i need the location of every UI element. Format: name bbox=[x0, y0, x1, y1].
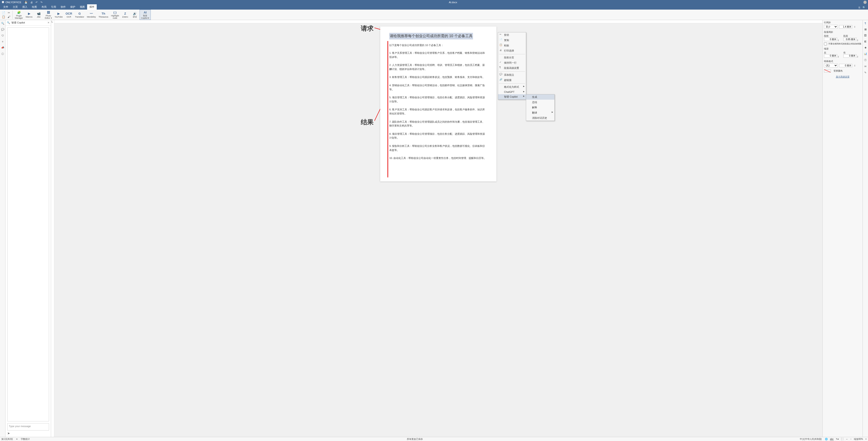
menu-item-智谱 Copilot[interactable]: 智谱 Copilot▶生成总结解释翻译▶清除对话历史 bbox=[498, 94, 526, 99]
document-item[interactable]: 10. 自动化工具：帮助创业公司自动化一些重复性任务，包括时间管理、提醒和日历等… bbox=[389, 156, 487, 160]
tab-主页[interactable]: 主页 bbox=[10, 4, 20, 9]
shape-rail-icon[interactable]: ◆ bbox=[865, 46, 866, 49]
headings-rail-icon[interactable]: ≡ bbox=[2, 40, 3, 43]
document-item[interactable]: 3. 财务管理工具：帮助创业公司跟踪财务状况，包括预算、财务报表、支付和收款等。 bbox=[389, 75, 487, 80]
ai-copilot-button[interactable]: AI智谱 Copilot ▾ bbox=[140, 9, 151, 20]
submenu-item-生成[interactable]: 生成 bbox=[526, 94, 554, 100]
advanced-settings-link[interactable]: 显示高级设置 bbox=[824, 75, 861, 78]
menu-item-剪切[interactable]: ✂剪切 bbox=[498, 32, 526, 38]
youtube-button[interactable]: ▶YouTube bbox=[53, 9, 64, 20]
copilot-input[interactable]: Type your message bbox=[7, 423, 49, 431]
spacing-after[interactable] bbox=[843, 38, 857, 41]
highlight-code-button[interactable]: { }Highlight code bbox=[110, 9, 120, 20]
save-icon[interactable]: 💾 bbox=[24, 1, 28, 4]
paste-icon[interactable]: 📋 bbox=[2, 15, 5, 19]
comments-rail-icon[interactable]: 💬 bbox=[1, 28, 4, 31]
document-item[interactable]: 7. 团队协作工具：帮助创业公司管理团队成员之间的协作和沟通，包括项目管理工具、… bbox=[389, 120, 487, 128]
tab-插入[interactable]: 插入 bbox=[20, 4, 30, 9]
spacing-before[interactable] bbox=[824, 38, 837, 41]
cut-icon[interactable]: ✂ bbox=[7, 11, 10, 14]
word-count[interactable]: 字数统计 bbox=[21, 438, 30, 441]
fit-width-icon[interactable]: ↔ bbox=[846, 438, 848, 440]
menu-item-添加批注[interactable]: 💬添加批注 bbox=[498, 72, 526, 77]
intro-text[interactable]: 以下是每个创业公司成功所需的 10 个必备工具： bbox=[389, 43, 487, 47]
redo-icon[interactable]: ↷ bbox=[40, 1, 42, 4]
jitsi-button[interactable]: 📹Jitsi bbox=[34, 9, 43, 20]
table-rail-icon[interactable]: ▦ bbox=[864, 28, 867, 31]
tab-stop-icon[interactable]: L bbox=[52, 21, 53, 23]
text-art-rail-icon[interactable]: Ⓣ bbox=[864, 58, 867, 62]
submenu-item-总结[interactable]: 总结 bbox=[526, 100, 554, 105]
tab-插件[interactable]: 插件 bbox=[87, 4, 97, 9]
menu-item-打印选择[interactable]: 🖨打印选择 bbox=[498, 48, 526, 53]
tab-绘图[interactable]: 绘图 bbox=[30, 4, 39, 9]
feedback-rail-icon[interactable]: 📣 bbox=[1, 46, 4, 49]
menu-item-ChatGPT[interactable]: ChatGPT▶ bbox=[498, 90, 526, 94]
bg-color-swatch[interactable] bbox=[824, 69, 831, 72]
tab-视图[interactable]: 视图 bbox=[78, 4, 87, 9]
search-rail-icon[interactable]: 🔍 bbox=[1, 22, 4, 25]
menu-item-复制[interactable]: 📄复制 bbox=[498, 38, 526, 43]
no-space-checkbox[interactable] bbox=[824, 42, 827, 45]
zoom-out-icon[interactable]: − bbox=[850, 438, 851, 440]
photo-editor-button[interactable]: 🖼Photo Editor ▾ bbox=[43, 9, 53, 20]
panel-search-icon[interactable]: 🔍 bbox=[7, 21, 10, 24]
format-painter-icon[interactable]: 🖌 bbox=[7, 15, 10, 19]
prompt-text[interactable]: 请给我推荐每个创业公司成功所需的 10 个必备工具 bbox=[389, 33, 473, 39]
tab-引用[interactable]: 引用 bbox=[49, 4, 58, 9]
undo-icon[interactable]: ↶ bbox=[36, 1, 38, 4]
info-rail-icon[interactable]: ⓘ bbox=[1, 52, 4, 56]
menu-item-超链接[interactable]: 🔗超链接 bbox=[498, 77, 526, 83]
submenu-item-解释[interactable]: 解释 bbox=[526, 105, 554, 110]
ocr-button[interactable]: OCROCR bbox=[64, 9, 74, 20]
menu-item-粘贴[interactable]: 📋粘贴 bbox=[498, 43, 526, 48]
image-rail-icon[interactable]: 🖼 bbox=[864, 34, 867, 37]
submenu-item-翻译[interactable]: 翻译▶ bbox=[526, 110, 554, 115]
document-item[interactable]: 9. 报告和分析工具：帮助创业公司分析业务和客户状况，包括数据可视化、仪表板和仪… bbox=[389, 144, 487, 152]
fit-page-icon[interactable]: ⛶ bbox=[841, 438, 843, 440]
mail-merge-rail-icon[interactable]: ✉ bbox=[864, 65, 866, 68]
special-type[interactable]: (无) bbox=[824, 64, 838, 67]
close-icon[interactable]: ✕ bbox=[48, 21, 50, 24]
header-rail-icon[interactable]: ◧ bbox=[864, 40, 867, 43]
search-icon[interactable]: 🔍 bbox=[863, 6, 866, 9]
menu-item-段前分页[interactable]: 段前分页 bbox=[498, 55, 526, 60]
document-item[interactable]: 6. 客户支持工具：帮助创业公司跟踪客户支持请求和反馈，包括客户服务软件、知识库… bbox=[389, 107, 487, 116]
indent-right[interactable] bbox=[843, 54, 857, 58]
chart-rail-icon[interactable]: 📊 bbox=[864, 52, 867, 55]
thesaurus-button[interactable]: ThThesaurus bbox=[97, 9, 110, 20]
page-count[interactable]: 第1页共3页 bbox=[1, 438, 13, 441]
menu-item-保持同一行[interactable]: ✓保持同一行 bbox=[498, 60, 526, 65]
copy-icon[interactable]: 📄 bbox=[2, 11, 5, 14]
open-file-icon[interactable]: ⎘ bbox=[859, 6, 860, 9]
track-changes-icon[interactable]: ✎▾ bbox=[836, 438, 839, 440]
language-icon[interactable]: 🌐 bbox=[825, 438, 828, 440]
speak-button[interactable]: 🔊讲话 bbox=[130, 9, 140, 20]
document-item[interactable]: 4. 营销自动化工具：帮助创业公司营销活动，包括邮件营销、社交媒体营销、搜索广告… bbox=[389, 84, 487, 91]
submenu-item-清除对话历史[interactable]: 清除对话历史 bbox=[526, 115, 554, 121]
doc-language[interactable]: 中文(中华人民共和国) bbox=[800, 438, 822, 441]
document-area[interactable]: 请求 结果 请给我推荐每个创业公司成功所需的 10 个必备工具 以下是每个创业公… bbox=[54, 20, 823, 437]
user-avatar[interactable] bbox=[863, 1, 867, 4]
line-spacing-value[interactable] bbox=[839, 25, 852, 29]
zoom-in-icon[interactable]: + bbox=[865, 438, 867, 440]
translator-button[interactable]: GTranslator bbox=[74, 9, 86, 20]
chat-rail-icon[interactable]: 🗨 bbox=[1, 34, 4, 37]
line-spacing-type[interactable]: 至少 bbox=[824, 25, 838, 29]
document-item[interactable]: 8. 项目管理工具：帮助创业公司管理项目，包括任务分配、进度跟踪、风险管理和资源… bbox=[389, 132, 487, 140]
document-item[interactable]: 1. 客户关系管理工具：帮助创业公司管理客户关系，包括客户档案、销售和营销活动和… bbox=[389, 51, 487, 59]
document-page[interactable]: 请给我推荐每个创业公司成功所需的 10 个必备工具 以下是每个创业公司成功所需的… bbox=[380, 27, 496, 182]
document-item[interactable]: 2. 人力资源管理工具：帮助创业公司招聘、培训、管理员工和绩效，包括员工档案、薪… bbox=[389, 63, 487, 71]
zoom-level[interactable]: 缩放80% bbox=[854, 438, 863, 441]
mendeley-button[interactable]: 〰Mendeley bbox=[86, 9, 97, 20]
paragraph-rail-icon[interactable]: ¶ bbox=[865, 22, 866, 25]
tab-文件[interactable]: 文件 bbox=[1, 4, 10, 9]
signature-rail-icon[interactable]: ✎ bbox=[864, 71, 866, 74]
indent-left[interactable] bbox=[824, 54, 837, 58]
print-icon[interactable]: 🖨 bbox=[30, 1, 33, 4]
macros-button[interactable]: ▶Macros bbox=[24, 9, 34, 20]
tab-布局[interactable]: 布局 bbox=[39, 4, 49, 9]
zotero-button[interactable]: ZZotero bbox=[120, 9, 130, 20]
menu-item-段落高级设置[interactable]: ¶段落高级设置 bbox=[498, 65, 526, 71]
special-value[interactable] bbox=[839, 64, 852, 67]
